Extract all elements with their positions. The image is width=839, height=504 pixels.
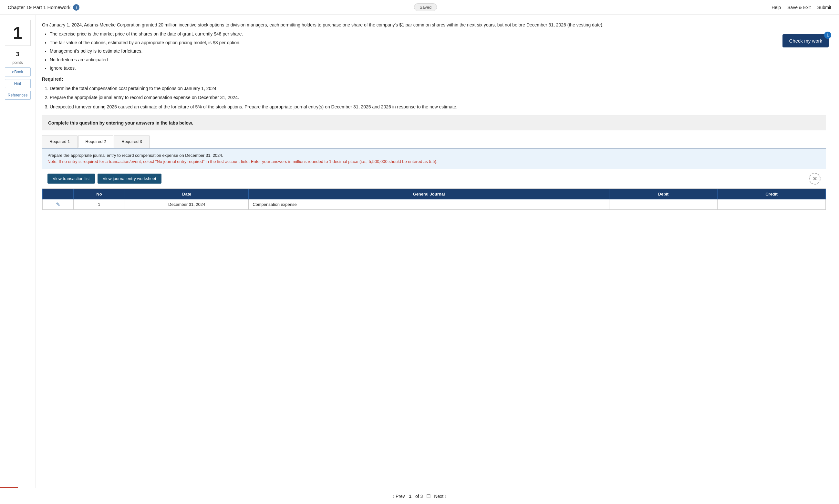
row-edit-cell[interactable]: ✎ — [42, 199, 74, 210]
sidebar: 1 3 points eBook Hint References — [0, 15, 36, 502]
tab-required-2-label: Required 2 — [86, 139, 106, 144]
current-page: 1 — [409, 493, 412, 499]
required-items: Determine the total compensation cost pe… — [50, 85, 826, 110]
hint-button[interactable]: Hint — [5, 79, 31, 88]
required-2: Prepare the appropriate journal entry to… — [50, 94, 826, 101]
next-button[interactable]: Next › — [434, 493, 446, 499]
required-3: Unexpected turnover during 2025 caused a… — [50, 103, 826, 110]
grid-icon[interactable]: □ — [426, 493, 430, 500]
credit-input[interactable] — [758, 202, 784, 207]
check-work-label: Check my work — [789, 38, 822, 43]
topbar: Chapter 19 Part 1 Homework i Saved Help … — [0, 0, 839, 15]
check-work-button[interactable]: Check my work 1 — [783, 34, 829, 48]
bullet-4: No forfeitures are anticipated. — [50, 56, 826, 63]
view-transaction-button[interactable]: View transaction list — [48, 174, 95, 184]
tab-required-1-label: Required 1 — [49, 139, 70, 144]
tab-instruction-note: Note: If no entry is required for a tran… — [48, 159, 437, 164]
bullet-1: The exercise price is the market price o… — [50, 30, 826, 37]
bullet-3: Management's policy is to estimate forfe… — [50, 48, 826, 55]
pagination-bar: ‹ Prev 1 of 3 □ Next › — [0, 488, 839, 502]
debit-input[interactable] — [650, 202, 676, 207]
complete-box: Complete this question by entering your … — [42, 115, 826, 130]
points-value: 3 — [16, 51, 19, 58]
question-number: 1 — [13, 23, 22, 42]
content-area: Check my work 1 On January 1, 2024, Adam… — [36, 15, 839, 502]
table-row: ✎ 1 December 31, 2024 Compensation expen… — [42, 199, 826, 210]
tabs: Required 1 Required 2 Required 3 — [42, 136, 826, 148]
bullet-5: Ignore taxes. — [50, 65, 826, 72]
tab-required-2[interactable]: Required 2 — [78, 136, 114, 148]
ebook-button[interactable]: eBook — [5, 68, 31, 76]
action-buttons: View transaction list View journal entry… — [42, 169, 826, 189]
references-button[interactable]: References — [5, 91, 31, 100]
topbar-right: Help Save & Exit Submit — [771, 5, 831, 10]
topbar-center: Saved — [414, 3, 437, 11]
tab-required-1[interactable]: Required 1 — [42, 136, 77, 148]
next-arrow-icon: › — [445, 493, 446, 499]
row-date: December 31, 2024 — [125, 199, 249, 210]
info-icon[interactable]: i — [73, 4, 80, 11]
prev-label: Prev — [396, 494, 405, 499]
check-work-container: Check my work 1 — [783, 34, 829, 48]
next-label: Next — [434, 494, 443, 499]
journal-table: No Date General Journal Debit Credit ✎ 1… — [42, 189, 826, 210]
main-layout: 1 3 points eBook Hint References Check m… — [0, 15, 839, 502]
tab-instruction: Prepare the appropriate journal entry to… — [42, 148, 826, 169]
col-header-debit: Debit — [609, 189, 717, 199]
page-total: of 3 — [415, 494, 423, 499]
page-title: Chapter 19 Part 1 Homework — [8, 4, 70, 10]
row-credit[interactable] — [717, 199, 825, 210]
col-header-empty — [42, 189, 74, 199]
edit-icon[interactable]: ✎ — [56, 202, 60, 207]
tab-required-3[interactable]: Required 3 — [114, 136, 150, 148]
points-label: points — [12, 60, 23, 65]
question-number-box: 1 — [5, 20, 31, 46]
prev-arrow-icon: ‹ — [393, 493, 394, 499]
view-journal-button[interactable]: View journal entry worksheet — [98, 174, 161, 184]
col-header-no: No — [73, 189, 125, 199]
help-button[interactable]: Help — [771, 5, 781, 10]
row-no: 1 — [73, 199, 125, 210]
close-icon: ✕ — [812, 175, 817, 182]
submit-button[interactable]: Submit — [817, 5, 831, 10]
check-work-badge: 1 — [824, 32, 831, 39]
bullet-2: The fair value of the options, estimated… — [50, 39, 826, 46]
row-debit[interactable] — [609, 199, 717, 210]
col-header-date: Date — [125, 189, 249, 199]
required-1: Determine the total compensation cost pe… — [50, 85, 826, 92]
tab-content: Prepare the appropriate journal entry to… — [42, 148, 826, 210]
tab-required-3-label: Required 3 — [121, 139, 142, 144]
prev-button[interactable]: ‹ Prev — [393, 493, 405, 499]
required-label: Required: — [42, 75, 826, 83]
question-text: On January 1, 2024, Adams-Meneke Corpora… — [42, 21, 826, 110]
save-exit-button[interactable]: Save & Exit — [787, 5, 810, 10]
row-general-journal[interactable]: Compensation expense — [249, 199, 609, 210]
topbar-left: Chapter 19 Part 1 Homework i — [8, 4, 80, 11]
col-header-credit: Credit — [717, 189, 825, 199]
question-intro: On January 1, 2024, Adams-Meneke Corpora… — [42, 21, 826, 29]
tab-instruction-text: Prepare the appropriate journal entry to… — [48, 153, 223, 158]
close-button[interactable]: ✕ — [809, 173, 821, 184]
col-header-general-journal: General Journal — [249, 189, 609, 199]
saved-badge: Saved — [414, 3, 437, 11]
complete-box-text: Complete this question by entering your … — [48, 120, 193, 126]
question-bullets: The exercise price is the market price o… — [50, 30, 826, 72]
